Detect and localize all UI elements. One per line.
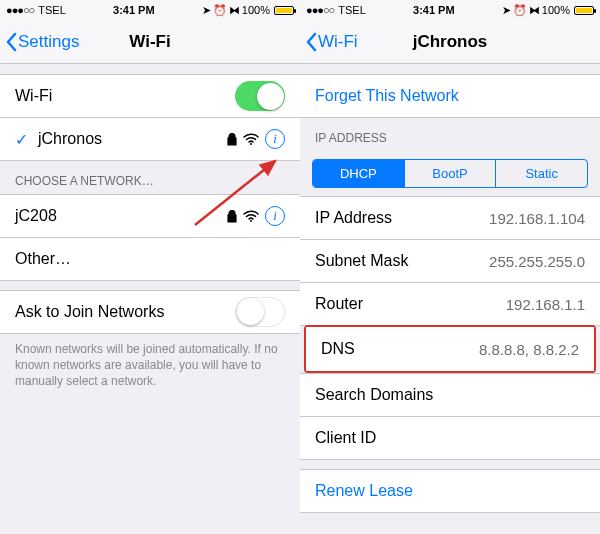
signal-dots-icon: ●●●○○ bbox=[306, 4, 334, 16]
renew-lease-button[interactable]: Renew Lease bbox=[300, 469, 600, 513]
back-label: Settings bbox=[18, 32, 79, 52]
subnet-value: 255.255.255.0 bbox=[489, 253, 585, 270]
status-bar: ●●●○○ TSEL 3:41 PM ➤ ⏰ ⧓ 100% bbox=[0, 0, 300, 20]
choose-network-header: CHOOSE A NETWORK… bbox=[0, 160, 300, 194]
subnet-row[interactable]: Subnet Mask 255.255.255.0 bbox=[300, 239, 600, 283]
back-button[interactable]: Wi-Fi bbox=[300, 32, 358, 52]
wifi-settings-screen: ●●●○○ TSEL 3:41 PM ➤ ⏰ ⧓ 100% Settings W… bbox=[0, 0, 300, 534]
client-id-label: Client ID bbox=[315, 429, 585, 447]
location-icon: ➤ bbox=[502, 4, 511, 17]
router-row[interactable]: Router 192.168.1.1 bbox=[300, 282, 600, 326]
forget-network-button[interactable]: Forget This Network bbox=[300, 74, 600, 118]
nav-bar: Settings Wi-Fi bbox=[0, 20, 300, 64]
forget-network-label: Forget This Network bbox=[315, 87, 459, 105]
search-domains-row[interactable]: Search Domains bbox=[300, 373, 600, 417]
dns-row[interactable]: DNS 8.8.8.8, 8.8.2.2 bbox=[306, 327, 594, 371]
ip-mode-segmented: DHCP BootP Static bbox=[312, 159, 588, 188]
router-label: Router bbox=[315, 295, 506, 313]
status-bar: ●●●○○ TSEL 3:41 PM ➤ ⏰ ⧓ 100% bbox=[300, 0, 600, 20]
back-button[interactable]: Settings bbox=[0, 32, 79, 52]
wifi-toggle-row: Wi-Fi bbox=[0, 74, 300, 118]
network-detail-screen: ●●●○○ TSEL 3:41 PM ➤ ⏰ ⧓ 100% Wi-Fi jChr… bbox=[300, 0, 600, 534]
ask-to-join-toggle[interactable] bbox=[235, 297, 285, 327]
alarm-icon: ⏰ bbox=[513, 4, 527, 17]
tab-dhcp[interactable]: DHCP bbox=[313, 160, 405, 187]
signal-dots-icon: ●●●○○ bbox=[6, 4, 34, 16]
wifi-label: Wi-Fi bbox=[15, 87, 235, 105]
search-domains-label: Search Domains bbox=[315, 386, 585, 404]
client-id-row[interactable]: Client ID bbox=[300, 416, 600, 460]
clock: 3:41 PM bbox=[366, 4, 502, 16]
nav-bar: Wi-Fi jChronos bbox=[300, 20, 600, 64]
back-label: Wi-Fi bbox=[318, 32, 358, 52]
wifi-icon bbox=[243, 133, 259, 145]
network-row[interactable]: jC208 i bbox=[0, 194, 300, 238]
ip-address-value: 192.168.1.104 bbox=[489, 210, 585, 227]
info-icon[interactable]: i bbox=[265, 129, 285, 149]
annotation-highlight: DNS 8.8.8.8, 8.8.2.2 bbox=[304, 325, 596, 373]
network-name: jC208 bbox=[15, 207, 227, 225]
battery-icon bbox=[274, 6, 294, 15]
checkmark-icon: ✓ bbox=[15, 130, 28, 149]
svg-point-1 bbox=[250, 220, 252, 222]
alarm-icon: ⏰ bbox=[213, 4, 227, 17]
carrier-label: TSEL bbox=[338, 4, 366, 16]
carrier-label: TSEL bbox=[38, 4, 66, 16]
bluetooth-icon: ⧓ bbox=[529, 4, 540, 17]
other-label: Other… bbox=[15, 250, 285, 268]
connected-network-name: jChronos bbox=[38, 130, 227, 148]
battery-icon bbox=[574, 6, 594, 15]
bluetooth-icon: ⧓ bbox=[229, 4, 240, 17]
info-icon[interactable]: i bbox=[265, 206, 285, 226]
tab-bootp[interactable]: BootP bbox=[405, 160, 497, 187]
battery-percent: 100% bbox=[542, 4, 570, 16]
tab-static[interactable]: Static bbox=[496, 160, 587, 187]
router-value: 192.168.1.1 bbox=[506, 296, 585, 313]
renew-lease-label: Renew Lease bbox=[315, 482, 413, 500]
lock-icon bbox=[227, 210, 237, 223]
dns-value: 8.8.8.8, 8.8.2.2 bbox=[479, 341, 579, 358]
footer-note: Known networks will be joined automatica… bbox=[0, 333, 300, 398]
ask-to-join-row: Ask to Join Networks bbox=[0, 290, 300, 334]
ask-to-join-label: Ask to Join Networks bbox=[15, 303, 235, 321]
dns-label: DNS bbox=[321, 340, 479, 358]
subnet-label: Subnet Mask bbox=[315, 252, 489, 270]
clock: 3:41 PM bbox=[66, 4, 202, 16]
ip-address-row[interactable]: IP Address 192.168.1.104 bbox=[300, 196, 600, 240]
wifi-icon bbox=[243, 210, 259, 222]
ip-address-label: IP Address bbox=[315, 209, 489, 227]
ip-address-header: IP ADDRESS bbox=[300, 117, 600, 151]
lock-icon bbox=[227, 133, 237, 146]
battery-percent: 100% bbox=[242, 4, 270, 16]
svg-point-0 bbox=[250, 143, 252, 145]
other-network-row[interactable]: Other… bbox=[0, 237, 300, 281]
connected-network-row[interactable]: ✓ jChronos i bbox=[0, 117, 300, 161]
wifi-toggle[interactable] bbox=[235, 81, 285, 111]
location-icon: ➤ bbox=[202, 4, 211, 17]
